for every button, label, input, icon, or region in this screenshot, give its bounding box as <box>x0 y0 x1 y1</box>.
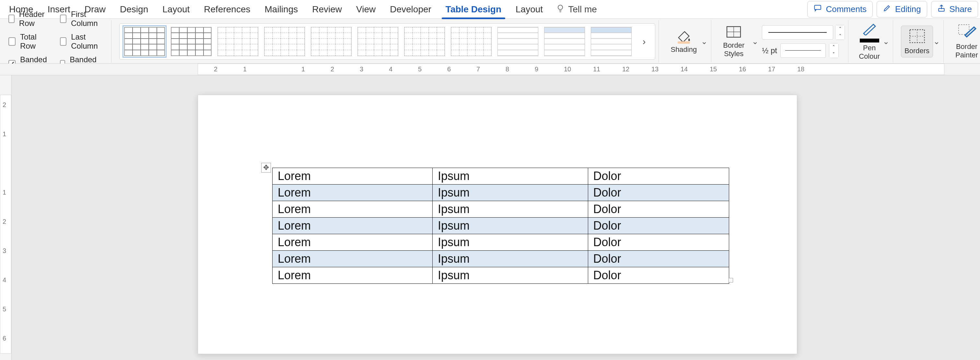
tab-developer[interactable]: Developer <box>383 0 439 19</box>
table-styles-gallery: › <box>119 23 655 60</box>
table-cell[interactable]: Dolor <box>588 201 729 218</box>
tab-design[interactable]: Design <box>113 0 155 19</box>
ruler-tick: 4 <box>3 276 6 284</box>
document-table[interactable]: Lorem Ipsum Dolor Lorem Ipsum Dolor Lore… <box>272 168 729 284</box>
table-cell[interactable]: Dolor <box>588 251 729 267</box>
tab-mailings[interactable]: Mailings <box>258 0 305 19</box>
option-total-row[interactable]: Total Row <box>8 32 48 51</box>
tell-me-search[interactable]: Tell me <box>550 3 603 15</box>
table-cell[interactable]: Lorem <box>272 234 433 251</box>
ruler-tick: 2 <box>214 65 218 73</box>
table-cell[interactable]: Dolor <box>588 185 729 201</box>
table-cell[interactable]: Lorem <box>272 168 433 185</box>
table-cell[interactable]: Ipsum <box>433 234 588 251</box>
table-row[interactable]: Lorem Ipsum Dolor <box>272 168 729 185</box>
table-style-thumb[interactable] <box>311 27 352 56</box>
table-cell[interactable]: Dolor <box>588 267 729 284</box>
table-row[interactable]: Lorem Ipsum Dolor <box>272 185 729 201</box>
table-style-thumb[interactable] <box>171 27 212 56</box>
share-button[interactable]: Share <box>931 1 978 18</box>
table-style-thumb[interactable] <box>451 27 492 56</box>
lightbulb-icon <box>556 3 565 15</box>
group-border-painter: Border Painter <box>948 20 980 62</box>
chevron-up-icon[interactable]: ˄ <box>835 25 845 32</box>
tab-table-layout[interactable]: Layout <box>509 0 550 19</box>
chevron-down-icon[interactable]: ˅ <box>835 32 845 40</box>
table-style-thumb[interactable] <box>264 27 305 56</box>
ruler-tick: 2 <box>3 101 6 109</box>
ruler-vertical[interactable]: 21123456 <box>0 75 12 360</box>
table-cell[interactable]: Lorem <box>272 218 433 234</box>
table-style-thumb[interactable] <box>404 27 445 56</box>
table-cell[interactable]: Lorem <box>272 251 433 267</box>
ruler-tick: 10 <box>564 65 571 73</box>
chevron-down-icon[interactable]: ˅ <box>829 51 838 58</box>
table-style-thumb[interactable] <box>358 27 398 56</box>
line-weight-value: ½ pt <box>762 46 777 55</box>
table-cell[interactable]: Ipsum <box>433 218 588 234</box>
table-cell[interactable]: Ipsum <box>433 267 588 284</box>
option-first-column[interactable]: First Column <box>60 10 104 28</box>
comments-button[interactable]: Comments <box>807 1 873 18</box>
border-styles-button[interactable]: Border Styles <box>719 25 748 58</box>
option-header-row[interactable]: Header Row <box>8 10 48 28</box>
editing-mode-button[interactable]: Editing <box>877 1 927 18</box>
tab-references[interactable]: References <box>197 0 257 19</box>
tab-layout[interactable]: Layout <box>155 0 197 19</box>
table-row[interactable]: Lorem Ipsum Dolor <box>272 251 729 267</box>
table-row[interactable]: Lorem Ipsum Dolor <box>272 234 729 251</box>
table-style-thumb[interactable] <box>498 27 538 56</box>
table-styles-more[interactable]: › <box>638 36 651 47</box>
table-cell[interactable]: Dolor <box>588 218 729 234</box>
table-cell[interactable]: Dolor <box>588 168 729 185</box>
border-styles-label: Border Styles <box>723 41 745 58</box>
table-style-thumb[interactable] <box>591 27 632 56</box>
table-cell[interactable]: Lorem <box>272 201 433 218</box>
borders-dropdown[interactable] <box>933 37 940 46</box>
border-painter-button[interactable]: Border Painter <box>951 24 980 59</box>
ruler-horizontal[interactable]: 21123456789101112131415161718 <box>0 64 980 75</box>
tab-table-design[interactable]: Table Design <box>439 0 509 19</box>
borders-button[interactable]: Borders <box>901 25 933 57</box>
table-cell[interactable]: Ipsum <box>433 185 588 201</box>
table-cell[interactable]: Dolor <box>588 234 729 251</box>
table-resize-handle[interactable] <box>729 278 733 282</box>
group-shading: Shading <box>663 20 711 62</box>
shading-dropdown[interactable] <box>701 37 708 46</box>
table-style-thumb[interactable] <box>544 27 585 56</box>
table-cell[interactable]: Lorem <box>272 267 433 284</box>
comments-label: Comments <box>826 4 867 14</box>
chevron-up-icon[interactable]: ˄ <box>829 43 838 51</box>
ribbon: Header Row First Column Total Row Last C… <box>0 19 980 64</box>
pen-colour-button[interactable]: Pen Colour <box>856 22 883 61</box>
ruler-tick: 3 <box>360 65 363 73</box>
table-move-handle[interactable]: ✥ <box>261 163 271 172</box>
tab-review[interactable]: Review <box>305 0 349 19</box>
table-style-thumb[interactable] <box>218 27 258 56</box>
svg-rect-3 <box>678 41 690 44</box>
table-cell[interactable]: Ipsum <box>433 201 588 218</box>
ruler-tick: 3 <box>3 247 6 255</box>
tab-view[interactable]: View <box>349 0 383 19</box>
document-area: 21123456 ✥ Lorem Ipsum Dolor Lorem Ipsum… <box>0 75 980 360</box>
line-style-selector[interactable] <box>762 25 833 40</box>
pen-colour-dropdown[interactable] <box>883 37 889 46</box>
checkbox-icon <box>8 14 14 23</box>
table-style-thumb[interactable] <box>124 27 165 56</box>
pen-icon <box>861 22 878 37</box>
group-table-styles: › <box>116 20 659 62</box>
shading-button[interactable]: Shading <box>667 29 701 54</box>
option-last-column[interactable]: Last Column <box>60 32 104 51</box>
table-row[interactable]: Lorem Ipsum Dolor <box>272 201 729 218</box>
border-painter-label: Border Painter <box>955 43 978 59</box>
checkbox-icon <box>60 14 67 23</box>
table-row[interactable]: Lorem Ipsum Dolor <box>272 267 729 284</box>
border-styles-dropdown[interactable] <box>751 37 759 46</box>
line-style-spinner[interactable]: ˄ ˅ <box>835 25 845 40</box>
line-weight-selector[interactable] <box>780 43 826 58</box>
line-weight-spinner[interactable]: ˄ ˅ <box>829 43 839 58</box>
table-row[interactable]: Lorem Ipsum Dolor <box>272 218 729 234</box>
table-cell[interactable]: Ipsum <box>433 168 588 185</box>
table-cell[interactable]: Ipsum <box>433 251 588 267</box>
table-cell[interactable]: Lorem <box>272 185 433 201</box>
